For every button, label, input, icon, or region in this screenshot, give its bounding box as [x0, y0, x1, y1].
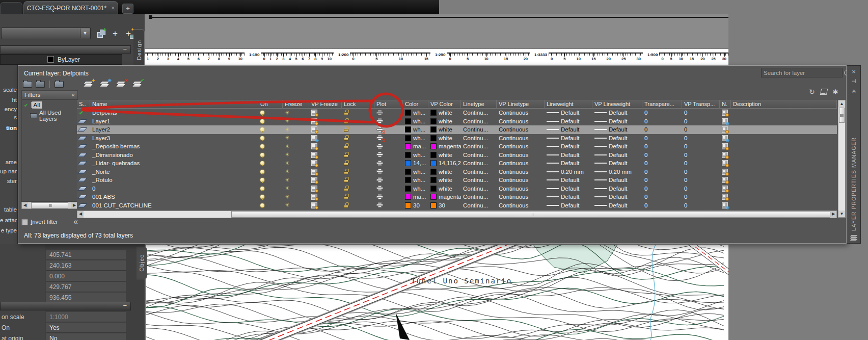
- vp-freeze-icon[interactable]: [311, 143, 317, 149]
- new-group-filter-button[interactable]: [36, 81, 45, 88]
- vp-freeze-icon[interactable]: [311, 202, 317, 208]
- vp_linetype-cell[interactable]: Continuous: [497, 168, 545, 176]
- vp-freeze-icon[interactable]: [311, 177, 317, 183]
- desc-cell[interactable]: [731, 159, 837, 168]
- on-cell[interactable]: [258, 151, 283, 160]
- vp_linetype-cell[interactable]: Continuous: [497, 159, 545, 168]
- color-cell[interactable]: wh...: [403, 117, 428, 126]
- delete-layer-button[interactable]: ✕: [116, 80, 127, 88]
- plot-printer-icon[interactable]: [376, 144, 383, 149]
- color-cell[interactable]: 30: [403, 201, 428, 210]
- new-vp-freeze-icon[interactable]: ✳: [722, 202, 728, 208]
- vp_color-cell[interactable]: 14,116,2...: [428, 159, 461, 168]
- layer-row[interactable]: ✔Defpoints☀wh...whiteContinu...Continuou…: [77, 109, 837, 117]
- lock-cell[interactable]: [342, 142, 374, 151]
- vp-freeze-icon[interactable]: [311, 186, 317, 192]
- transparency-cell[interactable]: 0: [642, 151, 682, 160]
- color-cell[interactable]: ma...: [403, 142, 428, 151]
- property-value[interactable]: Yes: [46, 323, 126, 333]
- vp_linetype-cell[interactable]: Continuous: [497, 117, 545, 126]
- panel-section-header[interactable]: −: [0, 302, 131, 310]
- linetype-cell[interactable]: Continu...: [461, 142, 497, 151]
- new-vp-freeze-icon[interactable]: [722, 110, 728, 116]
- status-cell[interactable]: [77, 159, 90, 168]
- property-value[interactable]: 936.455: [46, 293, 126, 303]
- name-cell[interactable]: _Deposito bermas: [90, 142, 258, 151]
- lineweight-cell[interactable]: Default: [545, 125, 592, 134]
- linetype-cell[interactable]: Continu...: [461, 168, 497, 176]
- on-cell[interactable]: [258, 193, 283, 201]
- layer-states-manager-button[interactable]: [55, 81, 64, 88]
- vp_transparency-cell[interactable]: 0: [682, 125, 720, 134]
- scrollbar-thumb[interactable]: [31, 202, 68, 208]
- unlock-icon[interactable]: [344, 186, 348, 192]
- freeze-sun-icon[interactable]: ☀: [285, 110, 290, 116]
- unlock-icon[interactable]: [344, 194, 348, 200]
- color-swatch[interactable]: [430, 110, 437, 116]
- selection-dropdown[interactable]: ▼: [1, 28, 91, 39]
- color-swatch[interactable]: [430, 143, 437, 149]
- table-horizontal-scrollbar[interactable]: ◀ ▶: [77, 211, 837, 218]
- new-vp-freeze-icon[interactable]: [722, 177, 728, 183]
- color-swatch[interactable]: [405, 194, 411, 200]
- new-tab-button[interactable]: +: [122, 4, 133, 14]
- filters-header[interactable]: Filters «: [21, 90, 78, 99]
- unlock-icon[interactable]: [344, 160, 348, 166]
- vp_lineweight-cell[interactable]: Default: [592, 185, 642, 193]
- name-cell[interactable]: Layer2: [90, 125, 258, 134]
- color-swatch[interactable]: [430, 177, 437, 183]
- vp_linetype-cell[interactable]: Continuous: [497, 201, 545, 210]
- vp_color-cell[interactable]: white: [428, 125, 461, 134]
- freeze-cell[interactable]: ☀: [283, 151, 309, 160]
- transparency-cell[interactable]: 0: [642, 193, 682, 201]
- vp_lineweight-cell[interactable]: Default: [592, 134, 642, 143]
- vp_transparency-cell[interactable]: 0: [682, 142, 720, 151]
- color-swatch[interactable]: [430, 135, 437, 141]
- status-cell[interactable]: [77, 125, 90, 134]
- freeze-sun-icon[interactable]: ☀: [285, 152, 290, 158]
- color-swatch[interactable]: [405, 110, 411, 116]
- vp_color-cell[interactable]: magenta: [428, 142, 461, 151]
- vp_transparency-cell[interactable]: 0: [682, 159, 720, 168]
- lineweight-cell[interactable]: 0.20 mm: [545, 168, 592, 176]
- vp_lineweight-cell[interactable]: Default: [592, 176, 642, 185]
- color-cell[interactable]: wh...: [403, 125, 428, 134]
- color-swatch[interactable]: [430, 160, 437, 166]
- vp_transparency-cell[interactable]: 0: [682, 117, 720, 126]
- plot-printer-icon[interactable]: [376, 202, 383, 208]
- lock-cell[interactable]: [342, 125, 374, 134]
- on-cell[interactable]: [258, 109, 283, 117]
- on-cell[interactable]: [258, 134, 283, 143]
- layer-row[interactable]: _Lidar- quebradas☀14,...14,116,2...Conti…: [77, 159, 837, 168]
- freeze-cell[interactable]: ☀: [283, 125, 309, 134]
- name-cell[interactable]: 001 CUT_CATCHLINE: [90, 201, 258, 210]
- column-header-linetype[interactable]: Linetype: [461, 100, 497, 109]
- plot-printer-icon[interactable]: [376, 186, 383, 191]
- unlock-icon[interactable]: [344, 126, 348, 133]
- lock-cell[interactable]: [342, 185, 374, 193]
- color-cell[interactable]: 14,...: [403, 159, 428, 168]
- plot-cell[interactable]: [374, 159, 403, 168]
- plot-cell[interactable]: [374, 151, 403, 160]
- vp_transparency-cell[interactable]: 0: [682, 193, 720, 201]
- color-swatch[interactable]: [405, 177, 411, 183]
- lock-cell[interactable]: [342, 168, 374, 176]
- vp_freeze-cell[interactable]: [309, 201, 342, 210]
- vp_linetype-cell[interactable]: Continuous: [497, 109, 545, 117]
- unlock-icon[interactable]: [344, 152, 348, 158]
- new_vp-cell[interactable]: [720, 176, 731, 185]
- scrollbar-thumb[interactable]: [839, 108, 845, 123]
- customize-columns-icon[interactable]: [820, 89, 828, 95]
- name-cell[interactable]: _Lidar- quebradas: [90, 159, 258, 168]
- linetype-cell[interactable]: Continu...: [461, 109, 497, 117]
- vp_lineweight-cell[interactable]: Default: [592, 142, 642, 151]
- layer-on-bulb-icon[interactable]: [260, 178, 264, 182]
- lock-cell[interactable]: [342, 176, 374, 185]
- vp_lineweight-cell[interactable]: Default: [592, 201, 642, 210]
- lineweight-cell[interactable]: Default: [545, 159, 592, 168]
- lock-cell[interactable]: [342, 201, 374, 210]
- status-cell[interactable]: [77, 142, 90, 151]
- column-header-vp_linetype[interactable]: VP Linetype: [497, 100, 545, 109]
- tab-close-icon[interactable]: ×: [111, 5, 115, 11]
- plot-cell[interactable]: [374, 117, 403, 126]
